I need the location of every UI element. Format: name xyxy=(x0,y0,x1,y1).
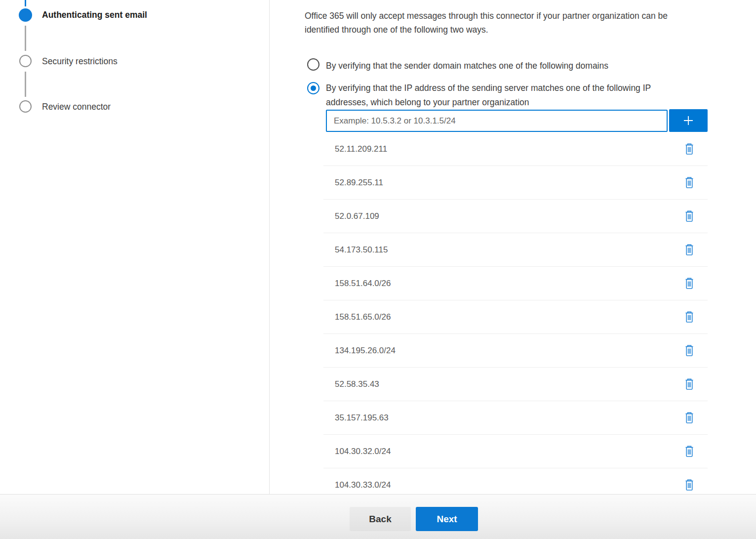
ip-value: 35.157.195.63 xyxy=(323,413,389,423)
ip-list-row: 158.51.65.0/26 xyxy=(323,300,708,334)
radio-ip-address-label[interactable]: By verifying that the IP address of the … xyxy=(326,81,736,110)
trash-icon xyxy=(684,143,695,156)
ip-list-row: 54.173.50.115 xyxy=(323,233,708,267)
ip-list-row: 35.157.195.63 xyxy=(323,401,708,435)
ip-address-input[interactable] xyxy=(326,110,668,132)
wizard-footer: Back Next xyxy=(0,494,756,539)
ip-list-row: 134.195.26.0/24 xyxy=(323,334,708,368)
delete-ip-button[interactable] xyxy=(682,310,697,325)
trash-icon xyxy=(684,479,695,492)
delete-ip-button[interactable] xyxy=(682,276,697,291)
step-indicator-security-restrictions xyxy=(19,55,32,67)
delete-ip-button[interactable] xyxy=(682,377,697,392)
step-indicator-authenticating-sent-email xyxy=(19,8,32,22)
trash-icon xyxy=(684,344,695,357)
ip-value: 52.58.35.43 xyxy=(323,379,379,389)
trash-icon xyxy=(684,277,695,290)
trash-icon xyxy=(684,445,695,458)
delete-ip-button[interactable] xyxy=(682,142,697,157)
trash-icon xyxy=(684,176,695,189)
intro-line-1: Office 365 will only accept messages thr… xyxy=(305,9,668,23)
sidebar-divider xyxy=(269,0,270,494)
trash-icon xyxy=(684,378,695,391)
ip-value: 54.173.50.115 xyxy=(323,245,388,255)
step-connector xyxy=(25,26,26,51)
delete-ip-button[interactable] xyxy=(682,175,697,190)
step-connector-completed xyxy=(25,0,26,6)
radio-ip-address-label-line-2: addresses, which belong to your partner … xyxy=(326,95,736,110)
intro-line-2: identified through one of the following … xyxy=(305,23,668,37)
next-button[interactable]: Next xyxy=(416,507,478,531)
sidebar-item-authenticating-sent-email: Authenticating sent email xyxy=(42,10,147,20)
add-ip-button[interactable] xyxy=(669,109,708,132)
ip-list-row: 158.51.64.0/26 xyxy=(323,267,708,300)
trash-icon xyxy=(684,311,695,324)
radio-sender-domain-label[interactable]: By verifying that the sender domain matc… xyxy=(326,59,608,73)
ip-list: 52.11.209.211 52.89.255.11 xyxy=(323,132,708,502)
step-indicator-review-connector xyxy=(19,100,32,113)
ip-value: 52.0.67.109 xyxy=(323,211,379,221)
ip-value: 104.30.32.0/24 xyxy=(323,447,391,456)
connector-wizard-content: Authenticating sent email Security restr… xyxy=(0,0,756,494)
ip-value: 52.89.255.11 xyxy=(323,178,383,188)
delete-ip-button[interactable] xyxy=(682,209,697,224)
radio-sender-domain[interactable] xyxy=(307,58,319,71)
delete-ip-button[interactable] xyxy=(682,444,697,459)
radio-ip-address[interactable] xyxy=(307,82,319,94)
ip-list-row: 52.89.255.11 xyxy=(323,166,708,200)
ip-value: 52.11.209.211 xyxy=(323,144,387,154)
delete-ip-button[interactable] xyxy=(682,478,697,493)
ip-list-row: 104.30.32.0/24 xyxy=(323,435,708,468)
delete-ip-button[interactable] xyxy=(682,343,697,358)
delete-ip-button[interactable] xyxy=(682,243,697,257)
back-button[interactable]: Back xyxy=(350,507,411,531)
ip-list-row: 52.11.209.211 xyxy=(323,132,708,166)
delete-ip-button[interactable] xyxy=(682,411,697,425)
ip-value: 158.51.65.0/26 xyxy=(323,312,391,322)
trash-icon xyxy=(684,244,695,256)
intro-text: Office 365 will only accept messages thr… xyxy=(305,9,668,37)
ip-value: 134.195.26.0/24 xyxy=(323,346,396,356)
plus-icon xyxy=(681,113,696,128)
ip-list-row: 52.58.35.43 xyxy=(323,368,708,401)
ip-value: 158.51.64.0/26 xyxy=(323,279,391,289)
sidebar-item-review-connector: Review connector xyxy=(42,102,111,112)
radio-ip-address-label-line-1: By verifying that the IP address of the … xyxy=(326,81,736,95)
trash-icon xyxy=(684,412,695,424)
step-connector xyxy=(25,72,26,97)
sidebar-item-security-restrictions: Security restrictions xyxy=(42,56,118,67)
ip-value: 104.30.33.0/24 xyxy=(323,480,391,490)
ip-list-row: 52.0.67.109 xyxy=(323,200,708,233)
trash-icon xyxy=(684,210,695,223)
